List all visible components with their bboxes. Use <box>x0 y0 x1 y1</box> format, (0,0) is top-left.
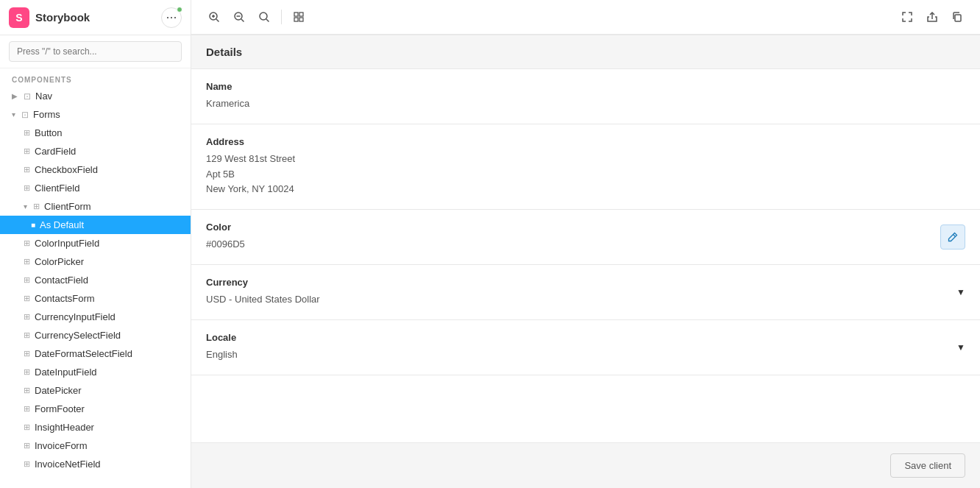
sidebar-item-clientfield[interactable]: ⊞ ClientField <box>0 179 191 197</box>
component-icon: ⊞ <box>24 441 30 450</box>
contactfield-item-label: ContactField <box>35 275 88 286</box>
sidebar-item-invoicenetfield[interactable]: ⊞ InvoiceNetField <box>0 455 191 473</box>
sidebar-item-nav[interactable]: ▶ ⊡ Nav <box>0 87 191 105</box>
share-button[interactable] <box>921 6 943 28</box>
name-label: Name <box>206 81 965 92</box>
svg-rect-11 <box>294 18 298 21</box>
app-title: Storybook <box>35 11 161 24</box>
zoom-in-button[interactable] <box>203 6 225 28</box>
sidebar-item-colorpicker[interactable]: ⊞ ColorPicker <box>0 252 191 271</box>
component-icon: ⊞ <box>24 275 30 285</box>
story-icon: ■ <box>31 221 35 229</box>
sidebar-item-insightheader[interactable]: ⊞ InsightHeader <box>0 418 191 436</box>
search-bar <box>0 35 191 68</box>
invoicenetfield-item-label: InvoiceNetField <box>35 459 101 470</box>
sidebar-item-dateinputfield[interactable]: ⊞ DateInputField <box>0 363 191 381</box>
copy-button[interactable] <box>946 6 968 28</box>
sidebar-item-currencyselectfield[interactable]: ⊞ CurrencySelectField <box>0 326 191 344</box>
sidebar-item-button[interactable]: ⊞ Button <box>0 124 191 142</box>
locale-section[interactable]: Locale English ▼ <box>191 320 980 375</box>
sidebar-item-formfooter[interactable]: ⊞ FormFooter <box>0 400 191 418</box>
svg-rect-14 <box>955 15 961 21</box>
sidebar-item-contactsform[interactable]: ⊞ ContactsForm <box>0 289 191 308</box>
svg-rect-12 <box>299 18 303 21</box>
zoom-reset-button[interactable] <box>253 6 275 28</box>
cardfield-item-label: CardField <box>35 146 76 157</box>
sidebar-item-invoiceform[interactable]: ⊞ InvoiceForm <box>0 436 191 455</box>
save-client-button[interactable]: Save client <box>890 453 965 478</box>
content-body: Name Kramerica Address 129 West 81st Str… <box>191 69 980 442</box>
currency-label: Currency <box>206 277 965 288</box>
address-value: 129 West 81st Street Apt 5B New York, NY… <box>206 152 965 197</box>
component-icon: ⊞ <box>24 404 30 414</box>
formfooter-item-label: FormFooter <box>35 403 85 414</box>
locale-dropdown-arrow: ▼ <box>956 342 965 353</box>
component-icon: ⊞ <box>24 128 30 138</box>
grid-button[interactable] <box>288 6 310 28</box>
component-icon: ⊞ <box>24 183 30 193</box>
currency-value: USD - United States Dollar <box>206 292 965 308</box>
component-icon: ⊞ <box>24 330 30 340</box>
currency-dropdown-arrow: ▼ <box>956 287 965 297</box>
sidebar-item-contactfield[interactable]: ⊞ ContactField <box>0 271 191 289</box>
sidebar-item-cardfield[interactable]: ⊞ CardField <box>0 142 191 160</box>
sidebar: COMPONENTS ▶ ⊡ Nav ▾ ⊡ Forms ⊞ Button ⊞ … <box>0 35 191 488</box>
sidebar-item-currencyinputfield[interactable]: ⊞ CurrencyInputField <box>0 308 191 326</box>
toolbar <box>191 0 980 35</box>
forms-folder-icon: ⊡ <box>21 110 29 120</box>
invoiceform-item-label: InvoiceForm <box>35 440 88 451</box>
edit-color-button[interactable] <box>940 224 965 250</box>
address-section: Address 129 West 81st Street Apt 5B New … <box>191 124 980 210</box>
nav-folder-icon: ⊡ <box>24 91 31 102</box>
currencyselectfield-item-label: CurrencySelectField <box>35 330 121 341</box>
svg-line-1 <box>216 19 219 22</box>
locale-label: Locale <box>206 332 965 343</box>
currencyinputfield-item-label: CurrencyInputField <box>35 311 116 322</box>
components-label: COMPONENTS <box>0 68 191 87</box>
name-section: Name Kramerica <box>191 69 980 124</box>
chevron-right-icon: ▶ <box>12 92 18 100</box>
component-icon: ⊞ <box>24 312 30 322</box>
content-footer: Save client <box>191 442 980 488</box>
color-value: #0096D5 <box>206 237 965 252</box>
toolbar-divider <box>281 10 282 24</box>
component-icon: ⊞ <box>24 386 30 395</box>
clientfield-item-label: ClientField <box>35 183 79 194</box>
colorinputfield-item-label: ColorInputField <box>35 238 99 249</box>
component-icon: ⊞ <box>24 367 30 377</box>
component-icon: ⊞ <box>24 257 30 266</box>
dateformatselectfield-item-label: DateFormatSelectField <box>35 348 132 359</box>
sidebar-item-checkboxfield[interactable]: ⊞ CheckboxField <box>0 160 191 179</box>
toolbar-right <box>896 6 968 28</box>
svg-line-15 <box>954 235 956 237</box>
svg-point-7 <box>260 13 267 20</box>
colorpicker-item-label: ColorPicker <box>35 256 84 267</box>
insightheader-item-label: InsightHeader <box>35 422 94 433</box>
fullscreen-button[interactable] <box>896 6 918 28</box>
address-label: Address <box>206 136 965 147</box>
content-area: Details Name Kramerica Address 129 West … <box>191 35 980 488</box>
as-default-item-label: As Default <box>40 219 84 230</box>
sidebar-item-colorinputfield[interactable]: ⊞ ColorInputField <box>0 234 191 252</box>
sidebar-item-clientform[interactable]: ▾ ⊞ ClientForm <box>0 197 191 216</box>
component-icon: ⊞ <box>24 294 30 303</box>
clientform-item-label: ClientForm <box>44 201 91 212</box>
zoom-out-button[interactable] <box>228 6 250 28</box>
logo-icon: S <box>9 7 29 28</box>
svg-line-8 <box>266 19 269 22</box>
color-section: Color #0096D5 <box>191 210 980 265</box>
name-value: Kramerica <box>206 96 965 112</box>
component-icon: ⊞ <box>24 165 30 174</box>
chevron-down-icon: ▾ <box>24 202 27 211</box>
sidebar-item-datepicker[interactable]: ⊞ DatePicker <box>0 381 191 400</box>
sidebar-item-dateformatselectfield[interactable]: ⊞ DateFormatSelectField <box>0 344 191 363</box>
forms-item-label: Forms <box>33 109 60 120</box>
contactsform-item-label: ContactsForm <box>35 293 95 304</box>
sidebar-item-as-default[interactable]: ■ As Default <box>0 216 191 234</box>
component-icon: ⊞ <box>24 459 30 469</box>
search-input[interactable] <box>9 41 182 62</box>
currency-section[interactable]: Currency USD - United States Dollar ▼ <box>191 265 980 320</box>
sidebar-item-forms[interactable]: ▾ ⊡ Forms <box>0 105 191 124</box>
sidebar-header: S Storybook ··· <box>0 0 191 35</box>
menu-button[interactable]: ··· <box>161 7 182 28</box>
